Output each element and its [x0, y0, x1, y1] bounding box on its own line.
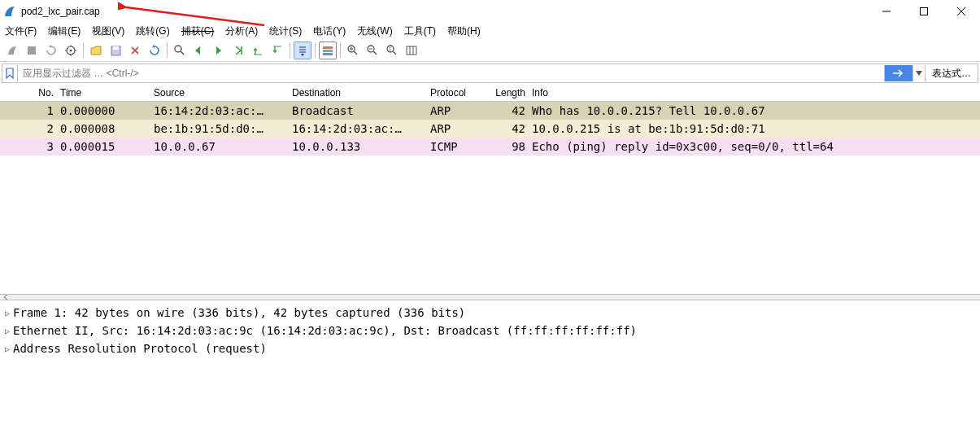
maximize-button[interactable]: [905, 0, 943, 23]
expand-caret-icon[interactable]: ▷: [2, 326, 13, 335]
expand-caret-icon[interactable]: ▷: [2, 309, 13, 318]
chevron-left-icon: [3, 295, 10, 300]
display-filter-bar: 表达式…: [2, 64, 978, 83]
cell-proto: ARP: [427, 103, 484, 119]
menu-go[interactable]: 跳转(G): [136, 24, 169, 38]
svg-rect-26: [323, 53, 333, 55]
resize-columns-icon[interactable]: [403, 42, 420, 59]
menu-tools[interactable]: 工具(T): [404, 24, 436, 38]
minimize-button[interactable]: [868, 0, 905, 23]
packet-list[interactable]: 10.00000016:14:2d:03:ac:…BroadcastARP42W…: [0, 102, 980, 155]
go-to-packet-icon[interactable]: [229, 42, 247, 59]
col-src[interactable]: Source: [150, 85, 289, 100]
menu-file[interactable]: 文件(F): [5, 24, 37, 38]
menu-view[interactable]: 视图(V): [92, 24, 124, 38]
menu-wireless[interactable]: 无线(W): [357, 24, 392, 38]
cell-proto: ICMP: [427, 138, 484, 155]
col-len[interactable]: Length: [484, 85, 529, 100]
svg-rect-13: [113, 46, 119, 50]
zoom-reset-icon[interactable]: 1: [383, 42, 401, 59]
open-file-icon[interactable]: [87, 42, 105, 59]
cell-time: 0.000008: [57, 120, 150, 137]
col-time[interactable]: Time: [57, 85, 150, 100]
colorize-icon[interactable]: [319, 42, 337, 59]
zoom-out-icon[interactable]: [364, 42, 381, 59]
toolbar-divider: [315, 43, 316, 58]
packet-row[interactable]: 20.000008be:1b:91:5d:d0:…16:14:2d:03:ac:…: [0, 120, 980, 138]
close-file-icon[interactable]: [126, 42, 144, 59]
menu-tel[interactable]: 电话(Y): [313, 24, 346, 38]
cell-len: 42: [484, 120, 529, 137]
expression-button[interactable]: 表达式…: [925, 65, 978, 81]
col-no[interactable]: No.: [0, 85, 57, 100]
toolbar-divider: [83, 43, 84, 58]
svg-line-17: [181, 51, 184, 55]
menu-analyze[interactable]: 分析(A): [225, 24, 258, 38]
svg-line-0: [126, 7, 264, 25]
window-titlebar: pod2_lxc_pair.cap: [0, 0, 980, 23]
menu-edit[interactable]: 编辑(E): [48, 24, 81, 38]
svg-rect-37: [407, 46, 416, 55]
find-icon[interactable]: [171, 42, 189, 59]
detail-text: Frame 1: 42 bytes on wire (336 bits), 42…: [13, 306, 465, 319]
cell-dst: 16:14:2d:03:ac:…: [289, 120, 427, 137]
go-back-icon[interactable]: [190, 42, 208, 59]
main-toolbar: 1: [0, 40, 980, 62]
menu-bar: 文件(F) 编辑(E) 视图(V) 跳转(G) 捕获(C) 分析(A) 统计(S…: [0, 23, 980, 40]
cell-proto: ARP: [427, 120, 484, 137]
detail-line[interactable]: ▷Frame 1: 42 bytes on wire (336 bits), 4…: [2, 304, 978, 322]
cell-dst: Broadcast: [289, 103, 427, 119]
filter-dropdown-icon[interactable]: [912, 65, 925, 81]
go-first-icon[interactable]: [249, 42, 267, 59]
cell-time: 0.000000: [57, 103, 150, 119]
packet-row[interactable]: 10.00000016:14:2d:03:ac:…BroadcastARP42W…: [0, 102, 980, 120]
display-filter-input[interactable]: [18, 64, 884, 82]
cell-src: be:1b:91:5d:d0:…: [150, 120, 289, 137]
detail-text: Address Resolution Protocol (request): [13, 342, 267, 355]
pane-splitter[interactable]: [0, 294, 980, 300]
cell-no: 1: [0, 103, 57, 119]
packet-details-pane[interactable]: ▷Frame 1: 42 bytes on wire (336 bits), 4…: [0, 300, 980, 361]
svg-rect-5: [28, 46, 36, 55]
cell-info: 10.0.0.215 is at be:1b:91:5d:d0:71: [529, 120, 980, 137]
stop-capture-icon[interactable]: [23, 42, 41, 59]
window-title: pod2_lxc_pair.cap: [21, 6, 100, 17]
cell-src: 16:14:2d:03:ac:…: [150, 103, 289, 119]
packet-row[interactable]: 30.00001510.0.0.6710.0.0.133ICMP98Echo (…: [0, 138, 980, 155]
reload-icon[interactable]: [146, 42, 163, 59]
shark-fin-icon: [3, 5, 16, 18]
detail-line[interactable]: ▷Ethernet II, Src: 16:14:2d:03:ac:9c (16…: [2, 322, 978, 339]
zoom-in-icon[interactable]: [344, 42, 362, 59]
go-forward-icon[interactable]: [210, 42, 228, 59]
menu-stat[interactable]: 统计(S): [269, 24, 302, 38]
window-controls: [868, 0, 980, 23]
capture-options-icon[interactable]: [62, 42, 80, 59]
svg-line-32: [373, 51, 377, 55]
menu-capture[interactable]: 捕获(C): [181, 24, 215, 38]
bookmark-icon[interactable]: [2, 65, 18, 81]
close-button[interactable]: [943, 0, 980, 23]
apply-filter-button[interactable]: [884, 65, 912, 81]
svg-line-35: [393, 51, 396, 55]
col-proto[interactable]: Protocol: [427, 85, 484, 100]
start-capture-icon[interactable]: [3, 42, 21, 59]
cell-src: 10.0.0.67: [150, 138, 289, 155]
cell-len: 98: [484, 138, 529, 155]
cell-len: 42: [484, 103, 529, 119]
cell-dst: 10.0.0.133: [289, 138, 427, 155]
menu-help[interactable]: 帮助(H): [447, 24, 481, 38]
cell-no: 2: [0, 120, 57, 137]
col-info[interactable]: Info: [529, 85, 980, 100]
go-last-icon[interactable]: [268, 42, 286, 59]
detail-text: Ethernet II, Src: 16:14:2d:03:ac:9c (16:…: [13, 324, 637, 337]
svg-text:1: 1: [389, 46, 392, 51]
expand-caret-icon[interactable]: ▷: [2, 344, 13, 353]
save-file-icon[interactable]: [107, 42, 124, 59]
restart-capture-icon[interactable]: [42, 42, 60, 59]
auto-scroll-icon[interactable]: [294, 42, 311, 59]
svg-rect-24: [323, 46, 333, 49]
col-dst[interactable]: Destination: [289, 85, 427, 100]
detail-line[interactable]: ▷Address Resolution Protocol (request): [2, 339, 978, 357]
toolbar-divider: [290, 43, 290, 58]
svg-point-7: [70, 50, 72, 52]
